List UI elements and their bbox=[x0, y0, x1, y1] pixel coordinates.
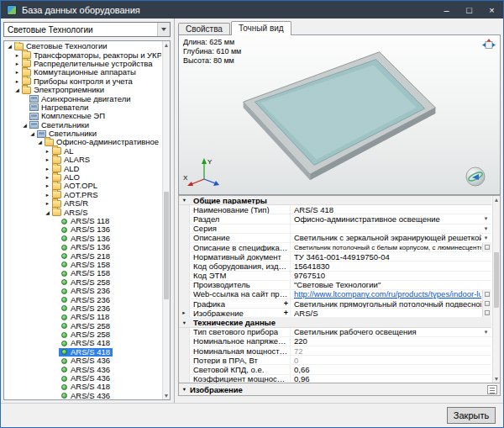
row-detail-button[interactable] bbox=[482, 290, 491, 299]
property-row[interactable]: Описание в спецификации Светильник потол… bbox=[179, 243, 491, 252]
scroll-down-icon[interactable] bbox=[493, 375, 500, 383]
property-value[interactable]: Светильник с зеркальной экранирующей реш… bbox=[291, 234, 491, 242]
tree-item-hit[interactable]: Электроприемники bbox=[21, 86, 107, 94]
property-value[interactable]: Офисно-административное освещение bbox=[291, 214, 491, 223]
tree-expander-icon[interactable] bbox=[21, 121, 29, 129]
tree-expander-icon[interactable] bbox=[13, 60, 21, 68]
minimize-button[interactable]: – bbox=[435, 1, 458, 18]
property-row[interactable]: Нормативный документ ТУ 3461-001-4491975… bbox=[179, 252, 491, 262]
property-row[interactable]: Раздел Офисно-административное освещение bbox=[179, 214, 491, 224]
tree-item[interactable]: Офисно-административное освещение bbox=[4, 138, 161, 146]
property-value[interactable]: 9767510 bbox=[291, 272, 491, 280]
property-value[interactable]: 220 bbox=[291, 337, 491, 346]
tree-item[interactable]: Коммутационные аппараты bbox=[4, 68, 161, 77]
tree-expander-icon[interactable] bbox=[13, 68, 21, 77]
close-window-button[interactable]: × bbox=[480, 1, 503, 18]
property-value[interactable]: "Световые Технологии" bbox=[291, 281, 491, 289]
property-value[interactable]: 0,66 bbox=[291, 365, 491, 373]
tree-item[interactable]: ARS/S 436 bbox=[4, 392, 161, 399]
property-value[interactable]: ARS/S bbox=[291, 309, 482, 317]
property-row[interactable]: Номинальная мощность, Вт 72 bbox=[179, 346, 491, 356]
tree-item-hit[interactable]: Комплексные ЭП bbox=[29, 112, 108, 120]
scroll-up-icon[interactable] bbox=[493, 196, 500, 203]
tree-expander-icon[interactable] bbox=[44, 173, 51, 182]
property-value[interactable]: http://www.ltcompany.com/ru/products/typ… bbox=[291, 290, 482, 299]
property-row[interactable]: Описание Светильник с зеркальной экранир… bbox=[179, 234, 491, 243]
property-value[interactable]: Светильник потолочный с белым корпусом, … bbox=[291, 243, 482, 251]
close-button[interactable]: Закрыть bbox=[447, 407, 496, 424]
tree-item-hit[interactable]: Световые Технологии bbox=[13, 42, 110, 50]
tree-expander-icon[interactable] bbox=[13, 77, 21, 86]
property-row[interactable]: Номинальное напряжение, В 220 bbox=[179, 337, 491, 346]
tree-item[interactable]: ARS/R bbox=[4, 199, 161, 208]
property-value[interactable]: Светильник рабочего освещения bbox=[291, 328, 491, 336]
tree-expander-icon[interactable] bbox=[6, 42, 13, 50]
tree-expander-icon[interactable] bbox=[44, 147, 51, 156]
property-value[interactable]: 0 bbox=[291, 356, 491, 364]
tree-item[interactable]: ARS/S 236 bbox=[4, 287, 161, 295]
maximize-button[interactable]: □ bbox=[458, 1, 480, 18]
image-section-button-icon[interactable] bbox=[487, 385, 497, 394]
tree-item-hit[interactable]: Офисно-административное освещение bbox=[44, 138, 161, 146]
3d-viewport[interactable]: Длина: 625 мм Глубина: 610 мм Высота: 80… bbox=[178, 34, 501, 195]
tab[interactable]: Свойства bbox=[178, 23, 230, 34]
tree-expander-icon[interactable] bbox=[44, 209, 51, 217]
orientation-ball-icon[interactable] bbox=[465, 166, 486, 188]
property-value[interactable] bbox=[291, 225, 491, 233]
row-detail-button[interactable] bbox=[482, 309, 491, 317]
tree-expander-icon[interactable] bbox=[29, 129, 36, 138]
tree-item[interactable]: Комплексные ЭП bbox=[4, 112, 161, 120]
view-mode-icon[interactable] bbox=[482, 39, 496, 50]
tree-item-hit[interactable]: ARS/S 436 bbox=[59, 392, 113, 399]
property-row[interactable]: Общие параметры bbox=[179, 196, 491, 205]
dropdown-arrow-icon[interactable] bbox=[481, 225, 491, 232]
tree-expander-icon[interactable] bbox=[44, 156, 51, 164]
tree-expander-icon[interactable] bbox=[13, 86, 21, 94]
property-row[interactable]: Тип светового прибора Светильник рабочег… bbox=[179, 328, 491, 337]
tree-item-hit[interactable]: Коммутационные аппараты bbox=[21, 68, 139, 77]
tree-item[interactable]: Электроприемники bbox=[4, 86, 161, 94]
row-detail-button[interactable] bbox=[482, 299, 491, 308]
scroll-down-icon[interactable] bbox=[163, 392, 170, 399]
image-section-header[interactable]: Изображение bbox=[178, 383, 501, 396]
tree-item[interactable]: ALARS bbox=[4, 156, 161, 164]
property-row[interactable]: Коэффициент мощности, о.е. 0,96 bbox=[179, 375, 491, 383]
tree-scrollbar[interactable] bbox=[162, 41, 170, 399]
property-value[interactable]: 72 bbox=[291, 346, 491, 355]
scroll-up-icon[interactable] bbox=[163, 41, 170, 49]
property-value[interactable]: 0,96 bbox=[291, 375, 491, 383]
property-row[interactable]: Технические данные bbox=[179, 318, 491, 327]
tree-item[interactable]: ARS/S 118 bbox=[4, 313, 161, 321]
property-row[interactable]: Web-ссылка на сайт производителя http://… bbox=[179, 290, 491, 299]
tab[interactable]: Точный вид bbox=[231, 21, 291, 34]
property-row[interactable]: Световой КПД, о.е. 0,66 bbox=[179, 365, 491, 374]
tree-expander-icon[interactable] bbox=[36, 138, 44, 146]
tree-expander-icon[interactable] bbox=[13, 51, 21, 60]
tree-expander-icon[interactable] bbox=[44, 182, 51, 190]
tree-expander-icon[interactable] bbox=[44, 191, 51, 199]
property-row[interactable]: Код оборудования, изделия, материалов 15… bbox=[179, 262, 491, 271]
property-value[interactable]: ARS/S 418 bbox=[291, 205, 491, 214]
property-row[interactable]: Потери в ПРА, Вт 0 bbox=[179, 356, 491, 365]
dropdown-arrow-icon[interactable] bbox=[481, 215, 491, 222]
tree-item[interactable]: ARS/S 136 bbox=[4, 243, 161, 251]
tree-scroll-thumb[interactable] bbox=[164, 192, 169, 299]
property-row[interactable]: Изображение ARS/S bbox=[179, 309, 491, 318]
property-value[interactable]: Светильник прямоугольный потолочный подв… bbox=[291, 299, 482, 308]
property-value[interactable]: 15641830 bbox=[291, 262, 491, 270]
tree-expander-icon[interactable] bbox=[44, 165, 51, 173]
tree-item[interactable]: ARS/S 436 bbox=[4, 357, 161, 365]
tree-item-hit[interactable]: ARS/S 436 bbox=[59, 357, 113, 365]
tree-item[interactable]: Световые Технологии bbox=[4, 42, 161, 50]
tree-item[interactable]: ARS/S 158 bbox=[4, 269, 161, 277]
combo-dropdown-button[interactable] bbox=[157, 23, 170, 36]
tree-item[interactable]: ALD bbox=[4, 164, 161, 172]
grid-scroll-thumb[interactable] bbox=[494, 252, 499, 309]
tree-item-hit[interactable]: ARS/S 236 bbox=[59, 287, 113, 295]
property-row[interactable]: Графика Светильник прямоугольный потолоч… bbox=[179, 299, 491, 309]
tree-item-hit[interactable]: ARS/S 118 bbox=[59, 313, 112, 321]
property-value[interactable]: ТУ 3461-001-44919750-04 bbox=[291, 252, 491, 261]
property-row[interactable]: Серия bbox=[179, 225, 491, 234]
row-detail-button[interactable] bbox=[482, 243, 491, 251]
property-row[interactable]: Наименование (Тип) ARS/S 418 bbox=[179, 205, 491, 214]
